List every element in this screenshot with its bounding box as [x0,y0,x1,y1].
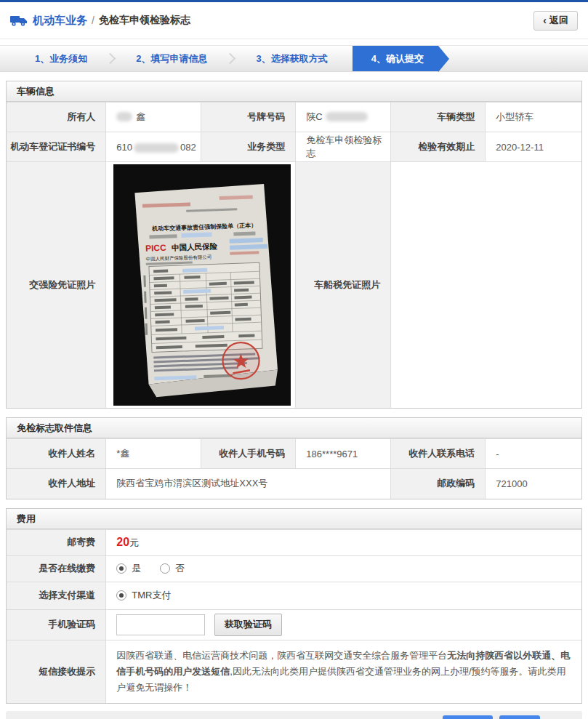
page-header: 机动车业务 / 免检车申领检验标志 ‹ 返回 [0,2,588,39]
page-title: 免检车申领检验标志 [99,14,190,27]
insurance-photo-label: 交强险凭证照片 [7,162,106,409]
recipient-phone-value: - [486,439,581,469]
table-row: 收件人地址 陕西省宝鸡市渭滨区测试地址XXX号 邮政编码 721000 [7,469,581,499]
valid-until-value: 2020-12-11 [486,132,581,162]
table-row: 所有人 鑫 号牌号码 陕C 车辆类型 小型轿车 [7,103,581,132]
radio-no[interactable] [160,563,170,574]
postcode-value: 721000 [486,469,581,499]
table-row: 机动车登记证书编号 610082 业务类型 免检车申领检验标志 检验有效期止 2… [7,132,581,162]
redaction-blur [326,112,368,121]
valid-until-label: 检验有效期止 [391,132,486,162]
back-button[interactable]: ‹ 返回 [533,11,578,31]
online-pay-label: 是否在线缴费 [7,555,106,582]
previous-step-button[interactable]: 上一步 [443,715,493,719]
table-row: 短信接收提示 因陕西省联通、电信运营商技术问题，陕西省互联网交通安全综合服务管理… [7,640,581,703]
vehicle-info-table: 所有人 鑫 号牌号码 陕C 车辆类型 小型轿车 机动车登记证书编号 610082… [7,102,581,408]
postcode-label: 邮政编码 [391,469,486,499]
vehicle-type-label: 车辆类型 [391,103,486,132]
registration-cert-value: 610082 [106,132,201,162]
get-sms-code-button[interactable]: 获取验证码 [214,614,282,636]
business-type-label: 业务类型 [201,132,296,162]
step-1-notice: 1、业务须知 [0,46,90,71]
recipient-address-value: 陕西省宝鸡市渭滨区测试地址XXX号 [106,469,391,499]
back-button-label: 返回 [549,14,568,27]
pay-channel-options: TMR支付 [106,582,581,609]
red-stamp-icon [222,342,260,379]
vehicle-type-value: 小型轿车 [486,103,581,132]
breadcrumb-separator: / [92,15,94,26]
insurance-photo-cell: 机动车交通事故责任强制保险单（正本） PICC 中国人民保险 中国人民财产保险股… [106,162,296,409]
sms-notice-label: 短信接收提示 [7,640,106,703]
sms-code-label: 手机验证码 [7,609,106,640]
table-row: 选择支付渠道 TMR支付 [7,582,581,609]
sms-code-row: 获取验证码 [106,609,581,640]
vessel-tax-photo-cell-empty [391,162,581,409]
plate-label: 号牌号码 [201,103,296,132]
pay-channel-label: 选择支付渠道 [7,582,106,609]
breadcrumb-app: 机动车业务 [33,14,87,28]
fee-table: 邮寄费 20元 是否在线缴费 是否 选择支付渠道 TMR支付 手机验证码 获取验… [7,529,581,703]
online-pay-options: 是否 [106,555,581,582]
table-row: 收件人姓名 *鑫 收件人手机号码 186****9671 收件人联系电话 - [7,439,581,469]
recipient-name-value: *鑫 [106,439,201,469]
postage-label: 邮寄费 [7,529,106,555]
plate-value: 陕C [296,103,391,132]
wizard-steps: 1、业务须知 2、填写申请信息 3、选择获取方式 4、确认提交 [0,45,588,72]
pickup-section-title: 免检标志取件信息 [7,418,581,438]
redaction-blur [134,143,179,153]
back-chevron-icon: ‹ [543,15,547,25]
radio-tmr-pay[interactable] [116,590,126,600]
table-row: 交强险凭证照片 机动车交通事故责任强制保险单（正本） PICC [7,162,581,409]
postage-value: 20元 [106,529,581,555]
finish-button[interactable]: 完成 [499,715,540,719]
postage-amount: 20 [116,536,129,548]
redaction-blur [116,112,132,121]
sms-code-input[interactable] [116,614,205,635]
owner-label: 所有人 [7,103,106,132]
table-row: 是否在线缴费 是否 [7,555,581,582]
pickup-info-section: 免检标志取件信息 收件人姓名 *鑫 收件人手机号码 186****9671 收件… [6,417,582,499]
chevron-right-icon [225,53,236,65]
footer-actions: 上一步 完成 [6,711,582,719]
step-2-fill-info: 2、填写申请信息 [133,46,210,71]
recipient-phone-label: 收件人联系电话 [391,439,486,469]
truck-icon [10,14,28,27]
postage-unit: 元 [129,537,139,548]
chevron-right-icon [105,53,116,65]
photo-brand-en: PICC [145,243,166,254]
fee-section: 费用 邮寄费 20元 是否在线缴费 是否 选择支付渠道 TMR支付 手机验证码 … [6,508,582,704]
table-row: 邮寄费 20元 [7,529,581,555]
registration-cert-label: 机动车登记证书编号 [7,132,106,162]
business-type-value: 免检车申领检验标志 [296,132,391,162]
recipient-mobile-label: 收件人手机号码 [201,439,296,469]
radio-yes[interactable] [116,563,126,574]
vehicle-info-section: 车辆信息 所有人 鑫 号牌号码 陕C 车辆类型 小型轿车 机动车登记证书编号 6… [6,81,582,409]
vessel-tax-photo-label: 车船税凭证照片 [296,162,391,409]
recipient-address-label: 收件人地址 [7,469,106,499]
sms-notice-text: 因陕西省联通、电信运营商技术问题，陕西省互联网交通安全综合服务管理平台无法向持陕… [106,640,581,703]
step-4-confirm-submit-active: 4、确认提交 [353,46,438,71]
table-row: 手机验证码 获取验证码 [7,609,581,640]
fee-section-title: 费用 [7,509,581,529]
owner-value: 鑫 [106,103,201,132]
photo-brand-cn: 中国人民保险 [172,241,218,252]
radio-yes-label: 是 [132,563,141,574]
radio-tmr-pay-label: TMR支付 [132,590,171,600]
pickup-info-table: 收件人姓名 *鑫 收件人手机号码 186****9671 收件人联系电话 - 收… [7,438,581,499]
step-3-pickup-method: 3、选择获取方式 [253,46,330,71]
recipient-name-label: 收件人姓名 [7,439,106,469]
vehicle-section-title: 车辆信息 [7,81,581,102]
insurance-document-photo: 机动车交通事故责任强制保险单（正本） PICC 中国人民保险 中国人民财产保险股… [113,164,291,406]
radio-no-label: 否 [175,563,185,574]
recipient-mobile-value: 186****9671 [296,439,391,469]
